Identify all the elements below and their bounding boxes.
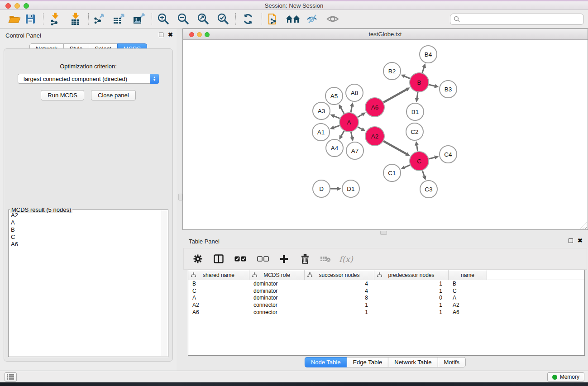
result-item[interactable]: A6 xyxy=(11,241,162,248)
cell[interactable]: A6 xyxy=(449,309,487,315)
close-panel-button[interactable]: Close panel xyxy=(91,90,136,100)
cell[interactable]: connector xyxy=(249,309,305,315)
function-builder-icon[interactable]: f(x) xyxy=(339,252,353,266)
node-A7[interactable]: A7 xyxy=(346,142,363,159)
edge-A-A7[interactable] xyxy=(351,132,352,138)
edge-C-C2[interactable] xyxy=(417,145,418,152)
result-item[interactable]: A2 xyxy=(11,212,162,219)
tab-motifs[interactable]: Motifs xyxy=(437,357,466,367)
cell[interactable]: 1 xyxy=(305,309,374,315)
edge-A2-C[interactable] xyxy=(383,141,406,154)
select-all-checkboxes-icon[interactable] xyxy=(234,252,247,266)
edge-C-C3[interactable] xyxy=(422,171,424,176)
edge-A6-B[interactable] xyxy=(383,90,406,103)
cell[interactable]: dominator xyxy=(249,288,305,294)
cell[interactable]: A xyxy=(188,295,249,301)
cell[interactable]: 1 xyxy=(374,281,449,287)
edge-B-B1[interactable] xyxy=(417,92,418,99)
cell[interactable]: C xyxy=(449,288,487,294)
close-table-panel-icon[interactable]: ✖ xyxy=(578,238,583,243)
export-image-icon[interactable] xyxy=(132,12,146,26)
node-A5[interactable]: A5 xyxy=(325,87,343,105)
node-C[interactable]: C xyxy=(410,152,429,171)
show-all-icon[interactable] xyxy=(325,12,340,26)
cell[interactable]: 1 xyxy=(374,288,449,294)
cell[interactable]: A6 xyxy=(188,309,249,315)
zoom-selected-icon[interactable] xyxy=(216,12,230,26)
node-A4[interactable]: A4 xyxy=(326,139,343,157)
node-B2[interactable]: B2 xyxy=(383,62,401,80)
result-scrollbar[interactable] xyxy=(162,210,167,356)
table-row[interactable]: Cdominator41C xyxy=(188,287,584,295)
import-table-icon[interactable] xyxy=(68,12,83,26)
open-session-icon[interactable] xyxy=(7,12,22,26)
edge-A-A2[interactable] xyxy=(358,127,362,129)
search-input[interactable] xyxy=(460,16,580,23)
first-neighbors-icon[interactable] xyxy=(286,12,300,26)
delete-table-icon[interactable] xyxy=(319,252,332,266)
node-C1[interactable]: C1 xyxy=(383,164,401,181)
column-header-successor-nodes[interactable]: successor nodes xyxy=(305,270,374,280)
cell[interactable]: C xyxy=(188,288,249,294)
edge-A-A6[interactable] xyxy=(358,114,362,117)
edge-B-B2[interactable] xyxy=(405,76,410,79)
network-canvas[interactable]: AA1A2A3A4A5A6A7A8BB1B2B3B4CC1C2C3C4DD1 xyxy=(183,40,588,229)
column-header-predecessor-nodes[interactable]: predecessor nodes xyxy=(374,270,449,280)
settings-gear-icon[interactable] xyxy=(191,252,205,266)
node-A8[interactable]: A8 xyxy=(346,84,363,101)
table-row[interactable]: A2connector11A2 xyxy=(188,301,584,309)
cell[interactable]: 4 xyxy=(305,281,374,287)
memory-button[interactable]: Memory xyxy=(547,372,584,381)
zoom-fit-icon[interactable] xyxy=(196,12,210,26)
column-header-name[interactable]: name xyxy=(449,270,487,280)
node-B1[interactable]: B1 xyxy=(406,103,424,120)
node-A6[interactable]: A6 xyxy=(365,98,384,117)
result-item[interactable]: A xyxy=(11,219,162,226)
cell[interactable]: A2 xyxy=(188,302,249,308)
network-minimize-traffic-light[interactable] xyxy=(197,32,202,37)
cell[interactable]: B xyxy=(188,281,249,287)
deselect-all-checkboxes-icon[interactable] xyxy=(256,252,270,266)
hide-selected-icon[interactable] xyxy=(305,12,320,26)
node-C2[interactable]: C2 xyxy=(406,123,423,140)
result-item[interactable]: C xyxy=(11,234,162,241)
float-panel-icon[interactable] xyxy=(159,33,163,37)
panel-splitter-grip[interactable] xyxy=(178,194,182,200)
tab-node-table[interactable]: Node Table xyxy=(305,357,347,367)
network-zoom-traffic-light[interactable] xyxy=(205,32,210,37)
network-window-titlebar[interactable]: testGlobe.txt xyxy=(183,29,588,40)
cell[interactable]: A xyxy=(449,295,487,301)
add-column-icon[interactable] xyxy=(277,252,291,266)
edge-C-C4[interactable] xyxy=(429,157,435,159)
edge-A-A3[interactable] xyxy=(334,116,340,118)
delete-column-trash-icon[interactable] xyxy=(298,252,312,266)
network-close-traffic-light[interactable] xyxy=(189,32,194,37)
node-A2[interactable]: A2 xyxy=(365,127,384,146)
save-session-icon[interactable] xyxy=(23,12,38,26)
tab-edge-table[interactable]: Edge Table xyxy=(346,357,388,367)
cell[interactable]: 0 xyxy=(374,295,449,301)
column-header-mcds-role[interactable]: MCDS role xyxy=(249,270,305,280)
node-B[interactable]: B xyxy=(410,73,429,92)
node-C3[interactable]: C3 xyxy=(420,181,437,198)
zoom-in-icon[interactable] xyxy=(156,12,171,26)
table-row[interactable]: Adominator80A xyxy=(188,295,584,302)
task-history-button[interactable] xyxy=(5,372,17,381)
import-network-icon[interactable] xyxy=(48,12,62,26)
cell[interactable]: 1 xyxy=(305,302,374,308)
cell[interactable]: A2 xyxy=(449,302,487,308)
horizontal-splitter-grip[interactable] xyxy=(380,231,387,235)
cell[interactable]: 4 xyxy=(305,288,374,294)
column-header-shared-name[interactable]: shared name xyxy=(188,270,249,280)
float-table-panel-icon[interactable] xyxy=(569,238,573,243)
edge-A-A8[interactable] xyxy=(351,106,352,113)
new-network-from-selection-icon[interactable] xyxy=(267,12,281,26)
cell[interactable]: connector xyxy=(249,302,305,308)
cell[interactable]: B xyxy=(449,281,487,287)
node-table[interactable]: shared nameMCDS rolesuccessor nodesprede… xyxy=(188,270,585,356)
edge-A-A4[interactable] xyxy=(341,131,344,136)
zoom-out-icon[interactable] xyxy=(176,12,191,26)
column-layout-icon[interactable] xyxy=(212,252,225,266)
edge-C-C1[interactable] xyxy=(405,165,410,167)
node-B3[interactable]: B3 xyxy=(440,81,457,98)
